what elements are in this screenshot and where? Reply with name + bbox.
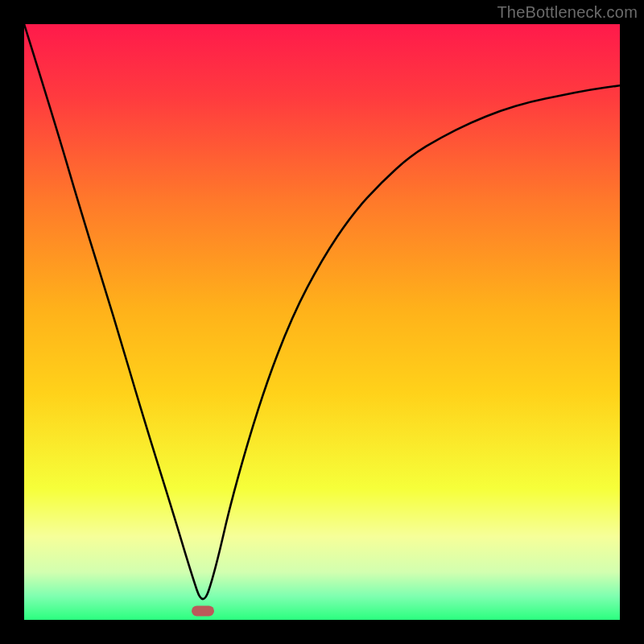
watermark-text: TheBottleneck.com: [497, 3, 638, 22]
optimal-marker: [192, 605, 214, 616]
chart-frame: TheBottleneck.com: [0, 0, 644, 644]
chart-svg: [24, 24, 620, 620]
gradient-background: [24, 24, 620, 620]
chart-plot-area: [24, 24, 620, 620]
